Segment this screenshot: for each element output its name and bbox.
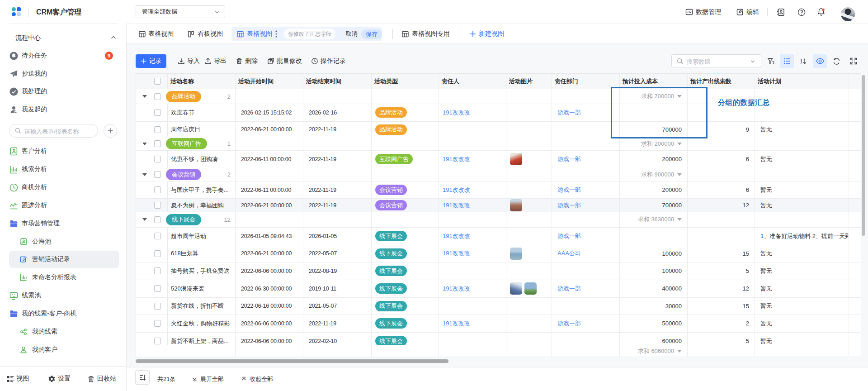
- svg-text:1: 1: [800, 58, 803, 64]
